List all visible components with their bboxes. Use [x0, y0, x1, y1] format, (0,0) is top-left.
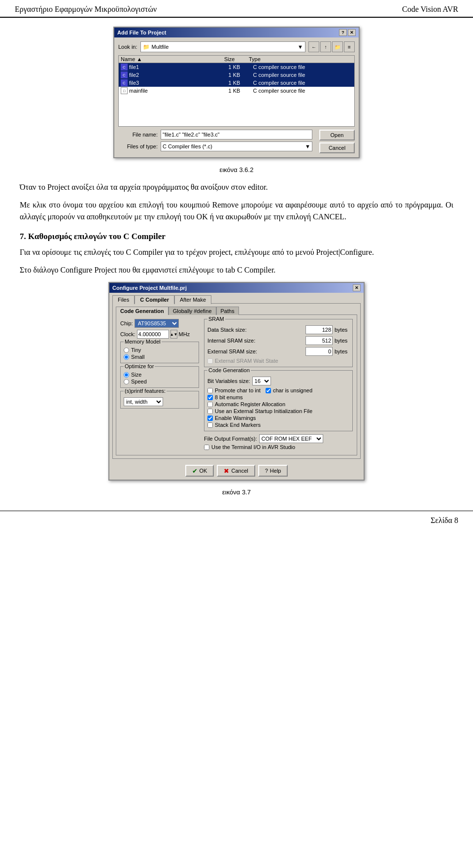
external-startup-checkbox[interactable]	[207, 409, 213, 414]
paragraph3: Για να ορίσουμε τις επιλογές του C Compi…	[20, 246, 453, 258]
file-list-header: Name ▲ Size Type	[119, 56, 354, 63]
eight-bit-enums-checkbox[interactable]	[207, 395, 213, 400]
dialog-configure: Configure Project Multfile.prj ✕ Files C…	[108, 282, 365, 481]
memory-model-group: Memory Model Tiny Small	[120, 342, 199, 363]
open-button[interactable]: Open	[319, 130, 355, 140]
paragraph1: Όταν το Project ανοίξει όλα τα αρχεία πρ…	[20, 181, 453, 193]
data-stack-input[interactable]	[305, 325, 333, 334]
chip-row: Chip: AT90S8535	[120, 319, 199, 328]
file3-icon: C	[121, 79, 128, 86]
filename-label: File name:	[118, 132, 158, 138]
chip-label: Chip:	[120, 320, 133, 326]
file-list-area: Name ▲ Size Type C file1 1 KB C compiler…	[118, 55, 355, 127]
mainfile-icon: □	[121, 87, 128, 94]
internal-sram-unit: bytes	[335, 338, 349, 344]
lookin-up-btn[interactable]: ↑	[320, 41, 331, 52]
radio-speed[interactable]	[124, 379, 129, 384]
radio-speed-label: Speed	[131, 379, 147, 384]
radio-speed-row: Speed	[124, 379, 196, 384]
printf-group: (s)printf features: int, width	[120, 391, 199, 409]
external-sram-input[interactable]	[305, 347, 333, 356]
clock-spinner[interactable]: ▲▼	[170, 330, 177, 339]
clock-input[interactable]	[137, 330, 169, 339]
file-row-mainfile[interactable]: □ mainfile 1 KB C compiler source file	[119, 87, 354, 95]
dialog-help-btn[interactable]: ?	[339, 29, 347, 36]
codegen-group: Code Generation Bit Variables size: 16	[204, 370, 353, 431]
configure-ok-btn[interactable]: ✔ OK	[185, 465, 214, 477]
promote-char-checkbox[interactable]	[207, 388, 213, 393]
subtab-codegen[interactable]: Code Generation	[116, 307, 169, 315]
lookin-new-folder-btn[interactable]: 📁	[332, 41, 343, 52]
lookin-back-btn[interactable]: ←	[308, 41, 319, 52]
dialog-add-file-title: Add File To Project	[117, 30, 166, 35]
file-row-file1[interactable]: C file1 1 KB C compiler source file	[119, 63, 354, 71]
configure-help-btn[interactable]: ? Help	[258, 465, 288, 477]
radio-size[interactable]	[124, 372, 129, 378]
external-startup-label: Use an External Startup Initialization F…	[215, 408, 312, 414]
clock-row: Clock: ▲▼ MHz	[120, 330, 199, 339]
tab-files[interactable]: Files	[112, 295, 135, 304]
printf-title: (s)printf features:	[124, 388, 167, 394]
caption2: εικόνα 3.7	[20, 488, 453, 496]
file2-icon: C	[121, 71, 128, 78]
dialog-close-btn[interactable]: ✕	[348, 29, 356, 36]
bit-var-label: Bit Variables size:	[207, 378, 250, 384]
header-left: Εργαστήριο Εφαρμογών Μικροϋπολογιστών	[15, 5, 157, 14]
header-right: Code Vision AVR	[402, 5, 458, 14]
sram-title: SRAM	[207, 316, 225, 322]
clock-unit: MHz	[179, 331, 190, 337]
radio-size-row: Size	[124, 372, 196, 378]
filetype-value: C Compiler files (*.c)	[163, 143, 212, 149]
internal-sram-input[interactable]	[305, 336, 333, 345]
char-unsigned-checkbox[interactable]	[266, 388, 271, 393]
eight-bit-enums-label: 8 bit enums	[215, 394, 243, 400]
dialog-add-file: Add File To Project ? ✕ Look in: 📁 Multf…	[113, 27, 360, 158]
printf-select[interactable]: int, width	[124, 397, 163, 406]
cancel-button[interactable]: Cancel	[319, 142, 355, 153]
configure-ok-label: OK	[200, 468, 207, 474]
external-wait-checkbox[interactable]	[207, 358, 213, 364]
lookin-combo[interactable]: 📁 Multfile ▼	[140, 41, 305, 52]
file-row-file2[interactable]: C file2 1 KB C compiler source file	[119, 71, 354, 79]
page-footer: Σελίδα 8	[0, 511, 473, 530]
external-wait-label: External SRAM Wait State	[215, 358, 278, 364]
promote-char-label: Promote char to int	[215, 387, 261, 393]
enable-warnings-label: Enable Warnings	[215, 415, 256, 421]
bit-var-select[interactable]: 16	[252, 377, 271, 385]
caption1: εικόνα 3.6.2	[20, 166, 453, 174]
enable-warnings-checkbox[interactable]	[207, 416, 213, 421]
tab-content: Code Generation Globally #define Paths	[112, 303, 361, 459]
tab-aftermake[interactable]: After Make	[174, 295, 211, 304]
radio-small-row: Small	[124, 354, 196, 360]
radio-size-label: Size	[131, 372, 141, 378]
main-tabs-row: Files C Compiler After Make	[109, 293, 364, 304]
subtab-paths[interactable]: Paths	[216, 307, 239, 315]
terminal-io-label: Use the Terminal I/O in AVR Studio	[211, 444, 295, 450]
file1-icon: C	[121, 64, 128, 70]
lookin-view-btn[interactable]: ≡	[344, 41, 355, 52]
configure-cancel-btn[interactable]: ✖ Cancel	[217, 465, 255, 477]
chip-select[interactable]: AT90S8535	[135, 319, 179, 328]
paragraph2: Με κλικ στο όνομα του αρχείου και επιλογ…	[20, 199, 453, 223]
page-header: Εργαστήριο Εφαρμογών Μικροϋπολογιστών Co…	[0, 0, 473, 18]
tab-ccompiler[interactable]: C Compiler	[135, 295, 174, 304]
filename-input[interactable]	[161, 130, 312, 139]
subtab-globally[interactable]: Globally #define	[169, 307, 216, 315]
radio-small[interactable]	[124, 354, 129, 360]
radio-tiny[interactable]	[124, 347, 129, 353]
data-stack-label: Data Stack size:	[207, 327, 304, 333]
optimize-group: Optimize for Size Speed	[120, 366, 199, 388]
auto-reg-checkbox[interactable]	[207, 402, 213, 407]
stack-end-checkbox[interactable]	[207, 422, 213, 428]
file-row-file3[interactable]: C file3 1 KB C compiler source file	[119, 79, 354, 87]
terminal-io-checkbox[interactable]	[204, 445, 209, 450]
ok-check-icon: ✔	[192, 467, 198, 475]
filetype-combo[interactable]: C Compiler files (*.c) ▼	[161, 141, 312, 151]
clock-label: Clock:	[120, 331, 135, 337]
external-sram-unit: bytes	[335, 348, 349, 354]
section-heading: 7. Καθορισμός επιλογών του C Compiler	[20, 232, 453, 242]
file-output-select[interactable]: COF ROM HEX EEF	[259, 434, 323, 443]
configure-close-btn[interactable]: ✕	[353, 284, 361, 291]
col-header-size: Size	[224, 56, 249, 62]
sram-group: SRAM Data Stack size: bytes Internal SRA…	[204, 319, 353, 367]
